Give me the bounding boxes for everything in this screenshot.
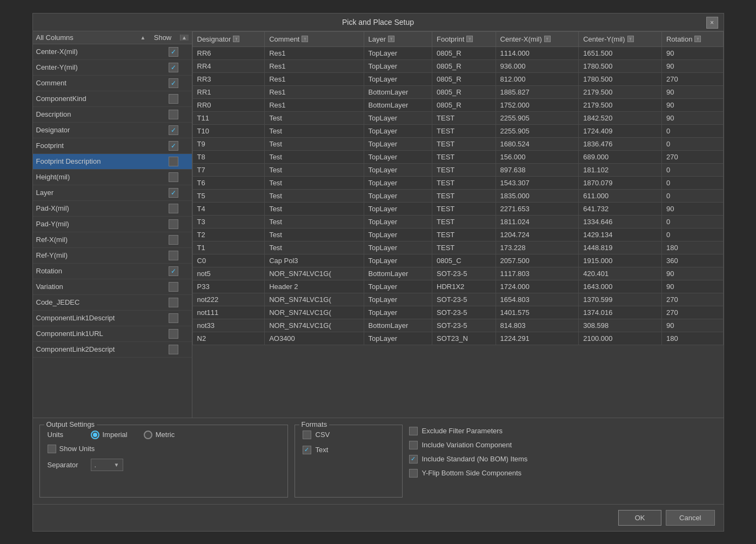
column-item[interactable]: ComponentLink1URL <box>33 326 192 342</box>
column-item[interactable]: Center-X(mil) <box>33 44 192 60</box>
table-row[interactable]: T5TestTopLayerTEST1835.000611.0000 <box>192 189 723 202</box>
metric-radio[interactable] <box>144 431 152 439</box>
exclude-filter-row[interactable]: Exclude Filter Parameters <box>409 427 717 435</box>
filter-icon[interactable]: T <box>627 36 634 42</box>
column-checkbox[interactable] <box>169 329 178 339</box>
text-option[interactable]: Text <box>303 446 394 454</box>
column-checkbox[interactable] <box>169 219 178 229</box>
table-row[interactable]: T4TestTopLayerTEST2271.653641.73290 <box>192 202 723 215</box>
column-item[interactable]: ComponentKind <box>33 91 192 107</box>
column-checkbox[interactable] <box>169 141 178 151</box>
filter-icon[interactable]: T <box>233 36 239 42</box>
column-item[interactable]: Comment <box>33 76 192 91</box>
metric-option[interactable]: Metric <box>144 431 175 439</box>
column-checkbox[interactable] <box>169 282 178 292</box>
column-item[interactable]: Variation <box>33 279 192 295</box>
table-row[interactable]: RR4Res1TopLayer0805_R936.0001780.50090 <box>192 59 723 72</box>
formats-title: Formats <box>299 420 330 428</box>
column-checkbox[interactable] <box>169 345 178 354</box>
csv-option[interactable]: CSV <box>303 431 394 439</box>
column-checkbox[interactable] <box>169 188 178 198</box>
data-table-container[interactable]: DesignatorTCommentTLayerTFootprintTCente… <box>192 31 724 418</box>
close-button[interactable]: × <box>706 17 718 29</box>
table-row[interactable]: T11TestTopLayerTEST2255.9051842.52090 <box>192 111 723 124</box>
column-item[interactable]: Height(mil) <box>33 170 192 185</box>
filter-icon[interactable]: T <box>302 36 308 42</box>
y-flip-row[interactable]: Y-Flip Bottom Side Components <box>409 469 717 478</box>
column-item[interactable]: Rotation <box>33 264 192 279</box>
text-checkbox[interactable] <box>303 446 311 454</box>
column-item[interactable]: Code_JEDEC <box>33 295 192 311</box>
filter-icon[interactable]: T <box>388 36 394 42</box>
column-checkbox[interactable] <box>169 204 178 213</box>
column-item-name: Footprint <box>36 142 159 150</box>
table-row[interactable]: RR6Res1TopLayer0805_R1114.0001651.50090 <box>192 46 723 59</box>
table-row[interactable]: T6TestTopLayerTEST1543.3071870.0790 <box>192 176 723 189</box>
table-row[interactable]: T7TestTopLayerTEST897.638181.1020 <box>192 163 723 176</box>
imperial-radio[interactable] <box>91 431 99 439</box>
include-standard-checkbox[interactable] <box>409 455 418 464</box>
column-checkbox[interactable] <box>169 63 178 72</box>
column-checkbox[interactable] <box>169 251 178 260</box>
column-header-text: Comment <box>269 35 299 43</box>
column-item[interactable]: Pad-X(mil) <box>33 201 192 217</box>
table-row[interactable]: not5NOR_SN74LVC1G(BottomLayerSOT-23-5111… <box>192 267 723 280</box>
table-row[interactable]: T3TestTopLayerTEST1811.0241334.6460 <box>192 215 723 228</box>
column-item[interactable]: Ref-Y(mil) <box>33 248 192 264</box>
column-item[interactable]: Footprint Description <box>33 154 192 170</box>
column-checkbox[interactable] <box>169 94 178 104</box>
column-checkbox[interactable] <box>169 313 178 323</box>
table-row[interactable]: T10TestTopLayerTEST2255.9051724.4090 <box>192 124 723 137</box>
column-checkbox[interactable] <box>169 235 178 245</box>
column-item[interactable]: Description <box>33 107 192 123</box>
table-row[interactable]: not222NOR_SN74LVC1G(TopLayerSOT-23-51654… <box>192 293 723 306</box>
column-item[interactable]: Pad-Y(mil) <box>33 217 192 232</box>
column-checkbox[interactable] <box>169 298 178 307</box>
column-checkbox[interactable] <box>169 125 178 135</box>
table-row[interactable]: T2TestTopLayerTEST1204.7241429.1340 <box>192 228 723 241</box>
exclude-filter-checkbox[interactable] <box>409 427 418 435</box>
table-row[interactable]: N2AO3400TopLayerSOT23_N1224.2912100.0001… <box>192 332 723 345</box>
column-item[interactable]: Center-Y(mil) <box>33 60 192 76</box>
imperial-option[interactable]: Imperial <box>91 431 128 439</box>
show-units-checkbox[interactable]: Show Units <box>48 445 95 453</box>
table-row[interactable]: T8TestTopLayerTEST156.000689.000270 <box>192 150 723 163</box>
table-row[interactable]: not33NOR_SN74LVC1G(BottomLayerSOT-23-581… <box>192 319 723 332</box>
filter-icon[interactable]: T <box>544 36 551 42</box>
separator-select[interactable]: . ▼ <box>91 459 123 471</box>
column-item[interactable]: Ref-X(mil) <box>33 232 192 248</box>
column-item[interactable]: Footprint <box>33 138 192 154</box>
column-checkbox[interactable] <box>169 78 178 88</box>
column-item[interactable]: Designator <box>33 123 192 138</box>
column-checkbox[interactable] <box>169 157 178 166</box>
table-row[interactable]: RR0Res1BottomLayer0805_R1752.0002179.500… <box>192 98 723 111</box>
ok-button[interactable]: OK <box>618 510 661 526</box>
column-item[interactable]: ComponentLink1Descript <box>33 311 192 326</box>
table-row[interactable]: C0Cap Pol3TopLayer0805_C2057.5001915.000… <box>192 254 723 267</box>
table-row[interactable]: RR1Res1BottomLayer0805_R1885.8272179.500… <box>192 85 723 98</box>
scroll-up-button[interactable]: ▲ <box>180 35 189 41</box>
table-cell: 1117.803 <box>496 267 579 280</box>
column-checkbox[interactable] <box>169 110 178 119</box>
include-standard-row[interactable]: Include Standard (No BOM) Items <box>409 455 717 464</box>
csv-checkbox[interactable] <box>303 431 311 439</box>
column-item[interactable]: ComponentLink2Descript <box>33 342 192 358</box>
column-checkbox-cell <box>159 313 189 323</box>
table-row[interactable]: not111NOR_SN74LVC1G(TopLayerSOT-23-51401… <box>192 306 723 319</box>
filter-icon[interactable]: T <box>694 36 701 42</box>
include-variation-row[interactable]: Include Variation Component <box>409 441 717 449</box>
show-units-check[interactable] <box>48 445 56 453</box>
table-row[interactable]: P33Header 2TopLayerHDR1X21724.0001643.00… <box>192 280 723 293</box>
y-flip-checkbox[interactable] <box>409 469 418 478</box>
column-checkbox[interactable] <box>169 172 178 182</box>
include-variation-checkbox[interactable] <box>409 441 418 449</box>
filter-icon[interactable]: T <box>466 36 473 42</box>
column-checkbox[interactable] <box>169 266 178 276</box>
column-checkbox[interactable] <box>169 47 178 57</box>
table-row[interactable]: T1TestTopLayerTEST173.2281448.819180 <box>192 241 723 254</box>
table-row[interactable]: T9TestTopLayerTEST1680.5241836.4760 <box>192 137 723 150</box>
cancel-button[interactable]: Cancel <box>666 510 714 526</box>
table-row[interactable]: RR3Res1TopLayer0805_R812.0001780.500270 <box>192 72 723 85</box>
table-cell: 1780.500 <box>579 59 662 72</box>
column-item[interactable]: Layer <box>33 185 192 201</box>
